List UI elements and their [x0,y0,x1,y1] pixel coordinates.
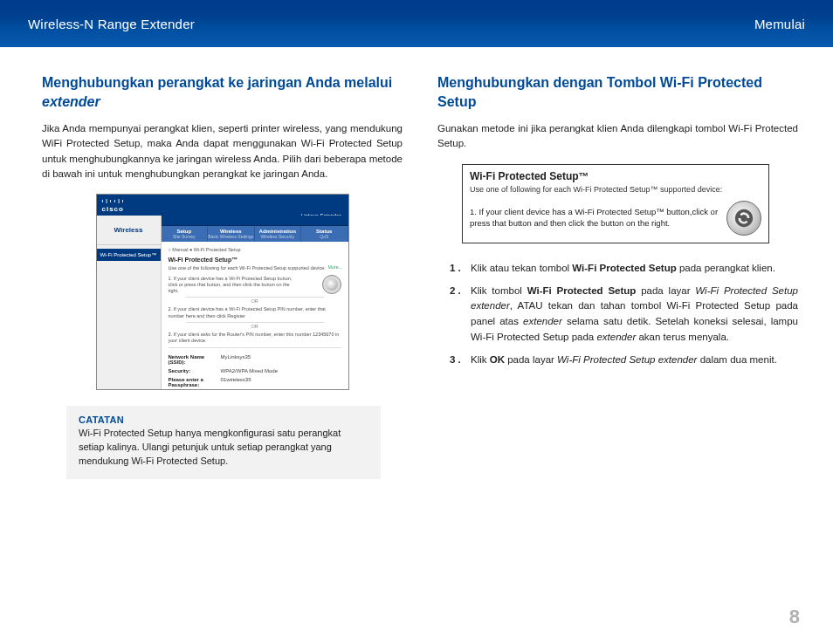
manual-radio: ○ Manual ● Wi-Fi Protected Setup [169,247,341,253]
note-box: CATATAN Wi-Fi Protected Setup hanya meng… [66,406,381,479]
left-paragraph: Jika Anda mempunyai perangkat klien, sep… [42,121,403,182]
heading-em: extender [42,94,100,109]
page: Wireless-N Range Extender Memulai Menghu… [0,0,833,644]
router-tab: WirelessBasic Wireless Settings [208,226,255,242]
wps-box-title: Wi-Fi Protected Setup™ [470,170,761,182]
wps-icon [726,201,761,236]
note-body: Wi-Fi Protected Setup hanya mengkonfigur… [79,427,368,469]
header-left: Wireless-N Range Extender [28,17,195,31]
or-divider: OR [186,322,324,329]
wps-box-sub: Use one of following for each Wi-Fi Prot… [470,185,761,194]
info-row: Please enter a Passphrase:01wireless35 [169,377,341,387]
wps-callout-box: Wi-Fi Protected Setup™ Use one of follow… [462,164,769,243]
header-right: Memulai [754,17,805,31]
panel-heading: Wi-Fi Protected Setup™ [169,257,341,263]
right-column: Menghubungkan dengan Tombol Wi-Fi Protec… [437,73,798,479]
panel-step2: 2. If your client device has a Wi-Fi Pro… [169,306,341,319]
router-panel: ○ Manual ● Wi-Fi Protected Setup Wi-Fi P… [162,242,348,390]
or-divider: OR [186,297,324,304]
right-heading: Menghubungkan dengan Tombol Wi-Fi Protec… [437,73,798,111]
router-tab: SetupSite Survey [162,226,209,242]
router-tab: AdministrationWireless Security [255,226,302,242]
wps-box-text: 1. If your client device has a Wi-Fi Pro… [470,207,719,230]
step-item: Klik tombol Wi-Fi Protected Setup pada l… [450,284,798,346]
router-main: SetupSite Survey WirelessBasic Wireless … [162,216,348,389]
step-item: Klik atau tekan tombol Wi-Fi Protected S… [450,261,798,277]
cisco-logo: cisco [102,205,124,213]
heading-text: Menghubungkan perangkat ke jaringan Anda… [42,75,392,90]
router-tab: StatusQoS [301,226,348,242]
steps-list: Klik atau tekan tombol Wi-Fi Protected S… [450,261,798,368]
panel-sub: Use one of the following for each Wi-Fi … [169,265,341,271]
sidebar-tab: Wi-Fi Protected Setup™ [97,249,161,261]
left-column: Menghubungkan perangkat ke jaringan Anda… [42,73,403,479]
sidebar-title: Wireless [97,216,161,245]
info-row: Network Name (SSID):MyLinksys35 [169,354,341,365]
left-heading: Menghubungkan perangkat ke jaringan Anda… [42,73,403,111]
note-heading: CATATAN [79,414,368,425]
more-link: More... [327,264,342,270]
wps-icon [322,275,341,294]
info-row: Security:WPA2/WPA Mixed Mode [169,368,341,373]
content: Menghubungkan perangkat ke jaringan Anda… [0,47,833,479]
step-item: Klik OK pada layar Wi-Fi Protected Setup… [450,353,798,368]
panel-step3: 3. If your client asks for the Router's … [169,332,341,344]
router-sidebar: Wireless Wi-Fi Protected Setup™ [97,216,162,389]
router-tabs: SetupSite Survey WirelessBasic Wireless … [162,226,348,242]
router-screenshot: ı|ıı|ı cisco Linksys Extender Wireless W… [96,194,349,390]
panel-step1: 1. If your client device has a Wi-Fi Pro… [169,276,296,294]
right-paragraph: Gunakan metode ini jika perangkat klien … [437,121,798,152]
page-number: 8 [789,606,800,628]
header-band: Wireless-N Range Extender Memulai [0,0,833,47]
